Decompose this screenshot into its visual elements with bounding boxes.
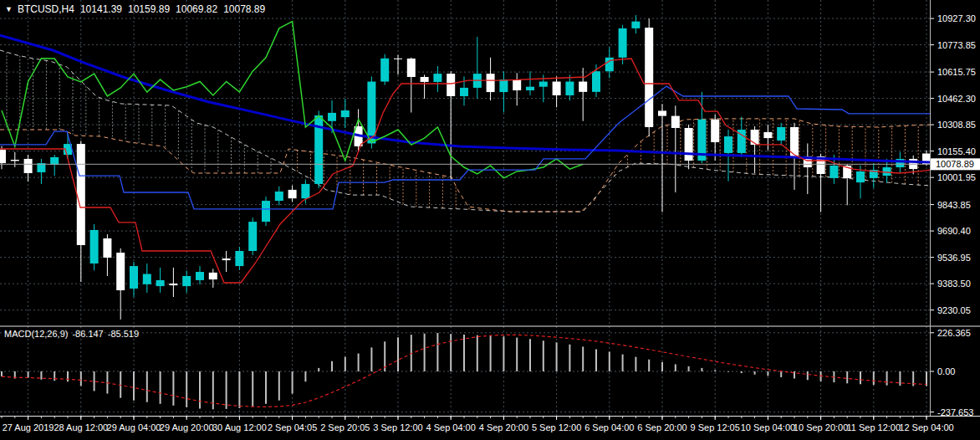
bear-candle xyxy=(24,159,33,173)
macd-axis-label: 0.00 xyxy=(937,366,955,376)
time-axis-label: 27 Aug 2019 xyxy=(3,422,54,432)
time-axis-label: 29 Aug 04:00 xyxy=(107,422,161,432)
bull-candle xyxy=(50,157,59,165)
macd-value: -86.147 xyxy=(72,329,103,339)
bear-candle xyxy=(645,28,653,127)
time-axis-label: 9 Sep 12:05 xyxy=(691,422,740,432)
bull-candle xyxy=(130,266,138,289)
time-axis-label: 6 Sep 20:00 xyxy=(637,422,687,432)
bear-candle xyxy=(209,273,217,279)
time-axis-label: 10 Sep 04:00 xyxy=(741,422,795,432)
price-axis-label: 10001.95 xyxy=(937,172,976,182)
price-axis-label: 9230.05 xyxy=(937,305,971,315)
bear-candle xyxy=(658,110,666,115)
macd-name: MACD(12,26,9) xyxy=(4,329,68,339)
bear-candle xyxy=(394,59,402,59)
bull-candle xyxy=(619,28,627,58)
chart-canvas[interactable]: 10927.3010773.8510615.7510462.3010308.85… xyxy=(0,0,980,440)
bull-candle xyxy=(526,87,534,90)
bull-candle xyxy=(539,82,548,87)
bear-candle xyxy=(513,79,521,90)
bear-candle xyxy=(751,130,759,145)
time-axis-label: 2 Sep 20:05 xyxy=(320,422,370,432)
bear-candle xyxy=(116,253,125,290)
price-axis-label: 9383.50 xyxy=(937,279,971,289)
bull-candle xyxy=(565,82,574,95)
price-axis-label: 10462.30 xyxy=(937,94,976,104)
time-axis-label: 2 Sep 04:05 xyxy=(268,422,317,432)
price-axis-label: 9690.40 xyxy=(937,226,971,236)
bear-candle xyxy=(487,74,495,92)
bull-candle xyxy=(262,201,270,222)
price-axis-label: 9843.85 xyxy=(937,200,971,210)
bear-candle xyxy=(11,160,19,161)
macd-indicator-label: MACD(12,26,9)-86.147-85.519 xyxy=(4,329,143,339)
time-axis-label: 30 Aug 12:00 xyxy=(212,422,267,432)
bear-candle xyxy=(579,82,587,92)
macd-signal-value: -85.519 xyxy=(108,329,139,339)
bull-candle xyxy=(182,276,191,286)
title-high: 10159.89 xyxy=(128,3,170,15)
bear-candle xyxy=(447,74,455,96)
current-price-label: 10078.89 xyxy=(936,159,974,169)
price-axis-label: 10773.85 xyxy=(937,40,976,50)
bull-candle xyxy=(90,230,99,263)
bull-candle xyxy=(235,251,243,266)
bull-candle xyxy=(724,136,732,153)
bear-candle xyxy=(103,238,111,258)
price-axis-label: 9536.95 xyxy=(937,253,971,263)
bear-candle xyxy=(169,284,177,285)
macd-axis-label: 226.365 xyxy=(937,328,971,338)
bear-candle xyxy=(0,150,6,163)
bear-candle xyxy=(711,120,719,142)
bull-candle xyxy=(196,272,204,280)
time-axis-label: 5 Sep 12:00 xyxy=(532,422,581,432)
bear-candle xyxy=(288,190,297,198)
bull-candle xyxy=(367,82,375,144)
time-axis-label: 6 Sep 04:00 xyxy=(584,422,634,432)
bull-candle xyxy=(143,274,151,284)
bull-candle xyxy=(777,127,785,141)
price-axis-label: 10615.75 xyxy=(937,67,976,77)
bull-candle xyxy=(301,184,309,198)
time-axis-label: 3 Sep 12:00 xyxy=(373,422,422,432)
bull-candle xyxy=(460,88,468,96)
bull-candle xyxy=(380,59,389,82)
title-low: 10069.82 xyxy=(176,3,217,15)
price-axis-label: 10155.40 xyxy=(937,146,976,156)
bull-candle xyxy=(631,22,640,28)
bull-candle xyxy=(829,166,838,178)
macd-axis-label: -237.653 xyxy=(937,407,973,417)
bull-candle xyxy=(592,71,600,92)
bear-candle xyxy=(763,132,772,138)
time-axis-label: 12 Sep 04:00 xyxy=(899,422,953,432)
title-symbol: BTCUSD,H4 xyxy=(18,3,74,15)
bear-candle xyxy=(77,144,85,245)
bull-candle xyxy=(605,58,614,71)
price-axis-label: 10308.85 xyxy=(937,120,976,130)
bull-candle xyxy=(328,113,336,121)
symbol-dropdown-icon[interactable]: ▼ xyxy=(5,5,13,13)
time-axis-label: 10 Sep 20:00 xyxy=(794,422,848,432)
time-axis-label: 11 Sep 12:00 xyxy=(846,422,901,432)
bear-candle xyxy=(407,59,416,77)
bull-candle xyxy=(156,280,165,286)
bull-candle xyxy=(248,222,257,251)
trading-terminal-chart[interactable]: 10927.3010773.8510615.7510462.3010308.85… xyxy=(0,0,980,440)
bear-candle xyxy=(553,82,561,95)
bull-candle xyxy=(341,110,350,117)
bear-candle xyxy=(222,258,231,260)
title-open: 10141.39 xyxy=(80,3,122,15)
bull-candle xyxy=(883,167,891,176)
time-axis-label: 4 Sep 04:00 xyxy=(426,422,476,432)
bull-candle xyxy=(433,74,442,82)
bull-candle xyxy=(499,79,508,92)
time-axis-label: 29 Aug 20:00 xyxy=(160,422,214,432)
time-axis-label: 28 Aug 12:00 xyxy=(54,422,108,432)
bear-candle xyxy=(421,77,429,82)
bull-candle xyxy=(275,192,283,201)
title-close: 10078.89 xyxy=(223,3,265,15)
bear-candle xyxy=(685,128,693,161)
chart-title: ▼BTCUSD,H410141.3910159.8910069.8210078.… xyxy=(5,3,271,15)
bear-candle xyxy=(671,116,680,128)
